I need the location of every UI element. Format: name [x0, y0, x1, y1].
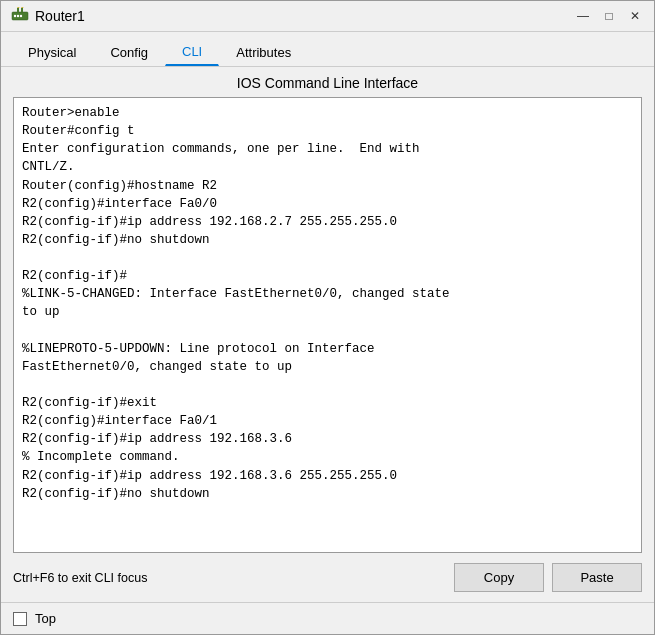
- router-icon: [11, 7, 29, 25]
- tab-cli[interactable]: CLI: [165, 38, 219, 66]
- svg-rect-5: [21, 8, 23, 12]
- svg-marker-7: [21, 7, 24, 8]
- cli-area: Router>enable Router#config t Enter conf…: [13, 97, 642, 553]
- paste-button[interactable]: Paste: [552, 563, 642, 592]
- svg-point-1: [14, 15, 16, 17]
- close-button[interactable]: ✕: [626, 7, 644, 25]
- copy-button[interactable]: Copy: [454, 563, 544, 592]
- section-title: IOS Command Line Interface: [1, 67, 654, 97]
- top-checkbox[interactable]: [13, 612, 27, 626]
- svg-marker-6: [17, 7, 20, 8]
- title-bar-left: Router1: [11, 7, 85, 25]
- title-bar: Router1 — □ ✕: [1, 1, 654, 32]
- maximize-button[interactable]: □: [600, 7, 618, 25]
- main-window: Router1 — □ ✕ Physical Config CLI Attrib…: [0, 0, 655, 635]
- title-controls: — □ ✕: [574, 7, 644, 25]
- tab-bar: Physical Config CLI Attributes: [1, 32, 654, 67]
- svg-rect-4: [17, 8, 19, 12]
- window-title: Router1: [35, 8, 85, 24]
- tab-physical[interactable]: Physical: [11, 38, 93, 66]
- tab-config[interactable]: Config: [93, 38, 165, 66]
- cli-output[interactable]: Router>enable Router#config t Enter conf…: [14, 98, 641, 552]
- bottom-bar: Top: [1, 602, 654, 634]
- svg-point-3: [20, 15, 22, 17]
- button-row: Ctrl+F6 to exit CLI focus Copy Paste: [1, 553, 654, 602]
- top-label: Top: [35, 611, 56, 626]
- svg-point-2: [17, 15, 19, 17]
- tab-attributes[interactable]: Attributes: [219, 38, 308, 66]
- cli-hint: Ctrl+F6 to exit CLI focus: [13, 571, 147, 585]
- action-buttons: Copy Paste: [454, 563, 642, 592]
- minimize-button[interactable]: —: [574, 7, 592, 25]
